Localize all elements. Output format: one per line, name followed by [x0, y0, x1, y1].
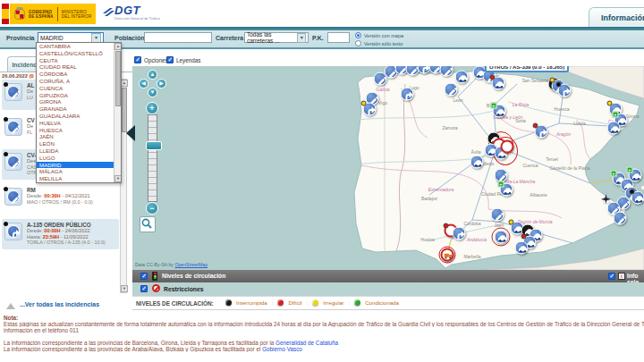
generalidad-cataluna-link[interactable]: Generalidad de Cataluña	[275, 340, 338, 346]
province-option[interactable]: LUGO	[37, 155, 114, 162]
sign-map-icon[interactable]	[501, 140, 514, 154]
zoom-slider-handle[interactable]	[146, 141, 162, 150]
incident-item[interactable]: A-135 ORDEN PÚBLICODesde: 00:00H - 24/06…	[2, 219, 119, 249]
truck-map-icon[interactable]	[441, 248, 454, 262]
arrow-map-icon[interactable]	[558, 84, 572, 97]
collapse-list-icon[interactable]	[6, 303, 15, 309]
province-option[interactable]: CUENCA	[37, 85, 114, 92]
car-map-icon[interactable]	[607, 122, 621, 135]
logo-divider	[57, 7, 58, 21]
city-label: Córdoba	[463, 221, 480, 226]
openstreetmap-link[interactable]: OpenStreetMap	[174, 262, 208, 267]
province-option[interactable]: GRANADA	[37, 105, 114, 113]
niveles-checkbox[interactable]	[140, 273, 148, 280]
car-map-icon[interactable]	[515, 241, 529, 255]
pan-right-button[interactable]: ▶	[157, 79, 166, 88]
province-options: CANTABRIACASTELLÓN/CASTELLÓCEUTACIUDAD R…	[37, 43, 114, 182]
city-label: Vigo	[378, 100, 387, 105]
gobierno-vasco-link[interactable]: Gobierno Vasco	[262, 346, 302, 352]
carretera-select[interactable]: Todas las carreteras ...▾	[244, 32, 309, 43]
province-option[interactable]: MELILLA	[37, 175, 114, 182]
scroll-up-icon[interactable]: ▲	[121, 80, 128, 87]
province-option[interactable]: CORUÑA, A	[37, 78, 114, 85]
arrow-map-icon[interactable]	[363, 103, 377, 116]
province-option[interactable]: JAÉN	[37, 133, 114, 140]
traffic-map[interactable]: VigoLugoLeónSantanderSan SebastiánBurgos…	[132, 66, 644, 270]
pan-left-button[interactable]: ◀	[139, 79, 148, 88]
zoom-in-button[interactable]: +	[146, 102, 158, 114]
province-option[interactable]: LLEIDA	[37, 147, 114, 155]
pan-down-button[interactable]: ▼	[148, 88, 157, 97]
province-option[interactable]: GIRONA	[37, 98, 114, 105]
pan-up-button[interactable]: ▲	[148, 70, 157, 80]
version-map-radio[interactable]	[355, 32, 361, 38]
leyendas-checkbox[interactable]	[166, 56, 174, 63]
footer-notes: Nota: Estas páginas se actualizan consta…	[0, 315, 644, 352]
magnifier-button[interactable]	[140, 216, 156, 232]
dgt-logo: DGT Dirección General de Tráfico	[102, 4, 165, 26]
restricciones-checkbox[interactable]	[140, 285, 148, 292]
tab-informacion[interactable]: Información	[589, 7, 644, 27]
province-option[interactable]: GIPUZKOA	[37, 92, 114, 99]
info-checkbox[interactable]	[608, 273, 615, 280]
pencil-map-icon[interactable]	[440, 66, 453, 77]
spain-flag	[2, 4, 9, 24]
note-vasco: La información correspondiente a las pro…	[0, 346, 644, 352]
car-map-icon[interactable]: +	[629, 169, 642, 182]
arrow-map-icon[interactable]	[401, 88, 414, 101]
scroll-down-icon[interactable]: ▼	[114, 175, 122, 182]
view-all-incidents-link[interactable]: ...Ver todas las incidencias	[20, 301, 99, 307]
version-text-radio[interactable]	[355, 40, 361, 46]
car-map-icon[interactable]	[492, 77, 505, 90]
region-label: Andalucía	[467, 237, 487, 242]
note-line2: información en el teléfono 011	[0, 327, 644, 333]
car-map-icon[interactable]	[455, 71, 469, 84]
opciones-checkbox[interactable]	[134, 56, 141, 63]
dropdown-scrollbar[interactable]: ▲ ▼	[114, 43, 121, 182]
city-label: Albacete	[530, 192, 547, 198]
note-line1: Estas páginas se actualizan constantemen…	[0, 321, 644, 327]
province-option[interactable]: MADRID	[37, 162, 114, 169]
pencil-map-icon[interactable]	[445, 83, 458, 97]
province-option[interactable]: GUADALAJARA	[37, 113, 114, 120]
province-option[interactable]: CANTABRIA	[37, 43, 114, 50]
arrow-map-icon[interactable]	[535, 125, 548, 139]
region-label: Extremadura	[428, 187, 454, 192]
car-map-icon[interactable]	[470, 156, 484, 169]
city-label: Lleida	[573, 121, 585, 126]
province-dropdown-list[interactable]: CANTABRIACASTELLÓN/CASTELLÓCEUTACIUDAD R…	[36, 42, 122, 183]
province-option[interactable]: CASTELLÓN/CASTELLÓ	[37, 50, 114, 57]
car-map-icon[interactable]	[631, 191, 644, 205]
zoom-out-button[interactable]: −	[146, 202, 158, 215]
scrollbar-thumb[interactable]	[115, 51, 121, 106]
roadworks-incident-icon	[4, 188, 22, 206]
car-map-icon[interactable]	[495, 231, 508, 244]
province-option[interactable]: HUELVA	[37, 120, 114, 127]
scroll-down-icon[interactable]: ▼	[121, 285, 128, 292]
poblacion-input[interactable]	[144, 32, 212, 43]
traffic-light-icon	[152, 272, 157, 281]
panel-collapse-arrow[interactable]	[126, 125, 135, 141]
note-cataluna: La información correspondiente a las pro…	[0, 340, 644, 346]
province-option[interactable]: CIUDAD REAL	[37, 63, 114, 71]
plane-map-icon[interactable]	[599, 192, 613, 206]
region-label: Galicia	[376, 87, 389, 92]
pencil-map-icon[interactable]	[495, 169, 508, 182]
pencil-map-icon[interactable]	[614, 212, 627, 225]
scroll-up-icon[interactable]: ▲	[114, 43, 122, 50]
city-label: León	[453, 97, 462, 103]
province-option[interactable]: HUESCA	[37, 127, 114, 134]
car-map-icon[interactable]: +	[500, 183, 513, 197]
opciones-label: Opciones	[144, 57, 168, 63]
province-option[interactable]: LEÓN	[37, 140, 114, 147]
pencil-map-icon[interactable]	[491, 208, 504, 222]
legend-dot	[277, 299, 284, 306]
province-option[interactable]: CEUTA	[37, 57, 114, 64]
car-map-icon[interactable]: +	[493, 105, 506, 118]
arrow-map-icon[interactable]	[453, 227, 466, 240]
pk-input[interactable]	[327, 32, 350, 43]
incident-item[interactable]: RMDesde: 00:30H - 04/12/2021MAO / OTROS …	[2, 184, 119, 215]
province-option[interactable]: CÓRDOBA	[37, 71, 114, 78]
zoom-slider-track[interactable]	[148, 114, 157, 202]
province-option[interactable]: MÁLAGA	[37, 168, 114, 175]
